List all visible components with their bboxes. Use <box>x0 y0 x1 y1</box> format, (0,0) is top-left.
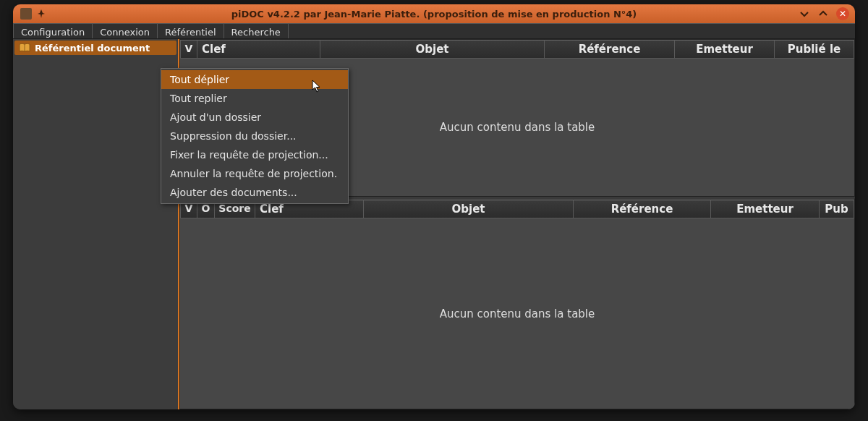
context-menu: Tout déplier Tout replier Ajout d'un dos… <box>161 68 349 204</box>
menu-connexion[interactable]: Connexion <box>92 24 158 38</box>
window-title: piDOC v4.2.2 par Jean-Marie Piatte. (pro… <box>13 9 855 20</box>
th-bot-ref[interactable]: Référence <box>574 200 711 218</box>
th-top-emit[interactable]: Emetteur <box>675 40 775 59</box>
th-bot-pub[interactable]: Pub <box>820 200 854 218</box>
tree-root-item[interactable]: Référentiel document <box>14 41 176 55</box>
sidebar: Référentiel document <box>13 39 179 409</box>
table-top-empty-text: Aucun contenu dans la table <box>440 121 595 134</box>
th-top-pub[interactable]: Publié le <box>775 40 854 59</box>
app-window: piDOC v4.2.2 par Jean-Marie Piatte. (pro… <box>13 4 855 409</box>
table-bottom-body: Aucun contenu dans la table <box>180 218 854 409</box>
app-icon <box>20 8 32 20</box>
context-menu-item-set-projection-query[interactable]: Fixer la requête de projection... <box>161 145 348 164</box>
th-top-ref[interactable]: Référence <box>545 40 675 59</box>
menubar: Configuration Connexion Référentiel Rech… <box>13 23 855 39</box>
context-menu-item-cancel-projection[interactable]: Annuler la requête de projection. <box>161 164 348 183</box>
th-top-objet[interactable]: Objet <box>320 40 545 59</box>
workarea: Référentiel document V Clef Objet Référe… <box>13 39 855 409</box>
th-bot-objet[interactable]: Objet <box>364 200 574 218</box>
context-menu-item-add-folder[interactable]: Ajout d'un dossier <box>161 108 348 127</box>
close-button[interactable]: ✕ <box>836 7 849 20</box>
context-menu-item-delete-folder[interactable]: Suppression du dossier... <box>161 127 348 145</box>
th-top-clef[interactable]: Clef <box>197 40 320 59</box>
maximize-button[interactable] <box>817 8 829 20</box>
menu-configuration[interactable]: Configuration <box>13 24 93 38</box>
table-bottom: V O Score Clef Objet Référence Emetteur … <box>179 197 855 409</box>
titlebar: piDOC v4.2.2 par Jean-Marie Piatte. (pro… <box>13 4 855 23</box>
tree-root-label: Référentiel document <box>35 43 150 54</box>
th-top-v[interactable]: V <box>180 40 197 59</box>
pin-icon[interactable] <box>36 9 46 19</box>
menu-referentiel[interactable]: Référentiel <box>157 24 224 38</box>
context-menu-item-expand-all[interactable]: Tout déplier <box>161 70 348 89</box>
table-top-header: V Clef Objet Référence Emetteur Publié l… <box>180 40 854 59</box>
table-bottom-empty-text: Aucun contenu dans la table <box>440 307 595 320</box>
book-icon <box>19 43 30 52</box>
menu-recherche[interactable]: Recherche <box>224 24 289 38</box>
context-menu-item-collapse-all[interactable]: Tout replier <box>161 89 348 108</box>
minimize-button[interactable] <box>799 8 810 20</box>
context-menu-item-add-documents[interactable]: Ajouter des documents... <box>161 183 348 202</box>
th-bot-emit[interactable]: Emetteur <box>711 200 820 218</box>
